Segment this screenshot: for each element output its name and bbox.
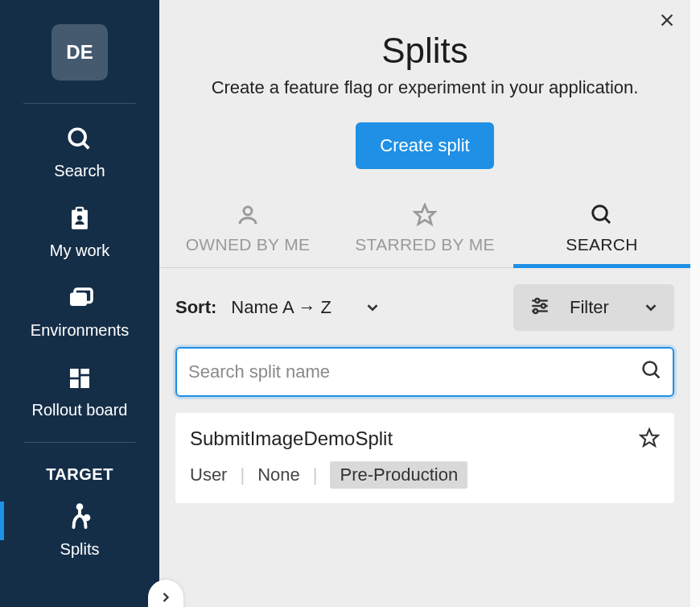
svg-point-12	[85, 516, 89, 520]
environments-icon	[64, 283, 96, 315]
user-icon	[159, 203, 336, 227]
clipboard-user-icon	[64, 203, 96, 235]
tab-search[interactable]: SEARCH	[513, 203, 690, 268]
sidebar-item-mywork[interactable]: My work	[50, 203, 109, 260]
workspace-avatar[interactable]: DE	[51, 24, 108, 81]
main-panel: Splits Create a feature flag or experime…	[159, 0, 700, 607]
svg-point-4	[77, 215, 82, 220]
close-button[interactable]	[658, 11, 676, 32]
divider	[23, 442, 136, 443]
environment-tag: Pre-Production	[330, 461, 467, 489]
tab-label: STARRED BY ME	[336, 235, 513, 254]
tab-label: SEARCH	[513, 235, 690, 254]
svg-line-18	[605, 218, 610, 223]
split-traffic-type: User	[190, 465, 227, 485]
sidebar-item-search[interactable]: Search	[54, 123, 105, 180]
svg-line-1	[83, 142, 89, 148]
search-icon[interactable]	[640, 359, 663, 385]
divider	[23, 103, 136, 104]
sidebar-item-label: Environments	[31, 321, 129, 340]
grid-icon	[64, 362, 96, 394]
page-subtitle: Create a feature flag or experiment in y…	[159, 77, 690, 98]
sidebar-item-label: Search	[54, 162, 105, 180]
star-toggle[interactable]	[639, 427, 660, 452]
svg-point-15	[244, 207, 252, 215]
sidebar: DE Search My work Environments Rollout b…	[0, 0, 159, 607]
tab-starred-by-me[interactable]: STARRED BY ME	[336, 203, 513, 267]
svg-point-22	[541, 304, 546, 308]
sidebar-item-environments[interactable]: Environments	[31, 283, 129, 340]
svg-rect-8	[80, 369, 89, 374]
split-meta: User | None | Pre-Production	[190, 461, 658, 489]
split-result-card[interactable]: SubmitImageDemoSplit User | None | Pre-P…	[175, 413, 674, 503]
svg-marker-27	[640, 429, 658, 446]
sidebar-item-splits[interactable]: Splits	[60, 502, 100, 559]
svg-rect-10	[80, 376, 89, 388]
svg-point-24	[533, 309, 537, 313]
svg-marker-16	[415, 205, 435, 225]
split-owner: None	[257, 465, 300, 485]
svg-point-20	[535, 299, 539, 303]
controls-row: Sort: Name A → Z Filter	[159, 268, 690, 331]
svg-rect-9	[70, 379, 79, 388]
search-icon	[513, 203, 690, 227]
split-name: SubmitImageDemoSplit	[190, 427, 658, 450]
filter-label: Filter	[570, 297, 609, 318]
create-split-button[interactable]: Create split	[356, 122, 493, 169]
active-indicator	[0, 502, 4, 540]
sidebar-item-rolloutboard[interactable]: Rollout board	[32, 362, 128, 419]
sort-label: Sort:	[175, 297, 216, 318]
svg-rect-3	[76, 208, 84, 213]
sort-value: Name A → Z	[231, 297, 331, 318]
sort-select[interactable]: Name A → Z	[231, 297, 381, 318]
svg-point-11	[78, 505, 82, 509]
tabs: OWNED BY ME STARRED BY ME SEARCH	[159, 203, 690, 268]
svg-point-17	[593, 206, 607, 221]
search-wrap	[175, 347, 674, 397]
separator: |	[240, 465, 245, 485]
svg-point-0	[69, 129, 85, 145]
search-input[interactable]	[175, 347, 674, 397]
splits-icon	[64, 502, 96, 534]
sidebar-section-target: TARGET	[46, 465, 113, 484]
page-title: Splits	[159, 31, 690, 71]
separator: |	[313, 465, 318, 485]
search-icon	[64, 123, 96, 155]
sidebar-item-label: Splits	[60, 540, 100, 559]
filter-button[interactable]: Filter	[513, 284, 674, 331]
star-icon	[336, 203, 513, 227]
svg-point-25	[644, 362, 657, 375]
svg-line-26	[655, 374, 660, 378]
svg-rect-7	[70, 369, 79, 378]
sidebar-item-label: Rollout board	[32, 401, 128, 419]
sliders-icon	[528, 295, 552, 320]
tab-label: OWNED BY ME	[159, 235, 336, 254]
chevron-down-icon	[364, 299, 381, 316]
tab-owned-by-me[interactable]: OWNED BY ME	[159, 203, 336, 267]
chevron-down-icon	[642, 299, 660, 316]
header: Splits Create a feature flag or experime…	[159, 0, 690, 169]
svg-rect-5	[70, 293, 87, 307]
sidebar-item-label: My work	[50, 242, 109, 260]
sort-control[interactable]: Sort: Name A → Z	[175, 297, 381, 318]
